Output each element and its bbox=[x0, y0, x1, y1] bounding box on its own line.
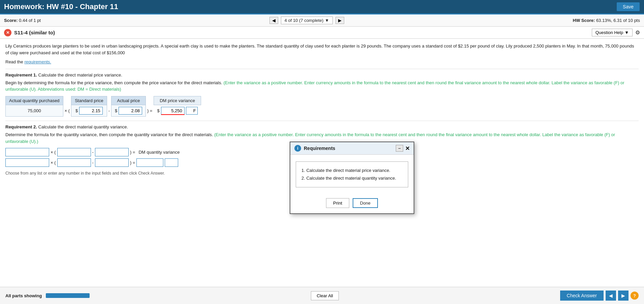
op2: - bbox=[92, 150, 94, 155]
divider2 bbox=[5, 121, 639, 121]
dropdown-arrow-icon: ▼ bbox=[325, 18, 329, 23]
score-label: Score: bbox=[4, 18, 18, 23]
equals-op: ) = bbox=[146, 105, 154, 117]
save-button[interactable]: Save bbox=[616, 2, 640, 11]
requirements-popup: i Requirements − ✕ 1. Calculate the dire… bbox=[290, 142, 414, 193]
op-cell bbox=[107, 96, 111, 105]
actual-price-input[interactable] bbox=[119, 107, 142, 115]
status-icon: ✕ bbox=[4, 29, 11, 36]
page-indicator[interactable]: 4 of 10 (7 complete) ▼ bbox=[281, 17, 333, 24]
requirement1-heading: Requirement 1. Calculate the direct mate… bbox=[5, 72, 639, 78]
price-variance-input[interactable] bbox=[161, 107, 185, 115]
minus-op: - bbox=[107, 105, 111, 117]
popup-title: Requirements bbox=[304, 146, 335, 151]
col1-header: Actual quantity purchased bbox=[6, 96, 63, 105]
question-help-label: Question Help bbox=[595, 30, 623, 35]
requirements-link[interactable]: requirements. bbox=[24, 59, 51, 64]
op1: × ( bbox=[51, 150, 56, 155]
page-title: Homework: HW #10 - Chapter 11 bbox=[4, 2, 118, 11]
next-page-button[interactable]: ▶ bbox=[335, 17, 344, 24]
question-id-label: S11-4 (similar to) bbox=[14, 30, 55, 35]
col4-header: DM price variance bbox=[154, 96, 201, 105]
question-help-button[interactable]: Question Help ▼ bbox=[592, 29, 633, 36]
multiplier-op: × ( bbox=[63, 105, 71, 117]
info-icon: i bbox=[294, 145, 301, 152]
read-requirements: Read the requirements. bbox=[5, 59, 639, 65]
score-value: 0.44 of 1 pt bbox=[19, 18, 41, 23]
popup-close-button[interactable]: ✕ bbox=[405, 145, 410, 152]
page-header: Homework: HW #10 - Chapter 11 Save bbox=[0, 0, 644, 14]
question-id-section: ✕ S11-4 (similar to) bbox=[4, 29, 55, 36]
gear-icon[interactable]: ⚙ bbox=[635, 29, 640, 36]
score-bar: Score: 0.44 of 1 pt ◀ 4 of 10 (7 complet… bbox=[0, 14, 644, 27]
col3-header: Actual price bbox=[111, 96, 146, 105]
page-indicator-text: 4 of 10 (7 complete) bbox=[285, 18, 324, 23]
question-header: ✕ S11-4 (similar to) Question Help ▼ ⚙ bbox=[0, 27, 644, 39]
favorable-input[interactable] bbox=[186, 107, 198, 115]
dropdown-arrow-icon: ▼ bbox=[624, 30, 629, 35]
popup-body: 1. Calculate the direct material price v… bbox=[290, 155, 414, 193]
problem-description: Lily Ceramics produces large planters to… bbox=[5, 43, 634, 55]
popup-req2: 2. Calculate the direct material quantit… bbox=[301, 174, 402, 182]
op2: - bbox=[92, 160, 94, 165]
req2-row1-input3[interactable] bbox=[95, 148, 129, 156]
hw-score-section: HW Score: 63.13%, 6.31 of 10 pts bbox=[573, 18, 640, 23]
requirement2-heading: Requirement 2. Calculate the direct mate… bbox=[5, 124, 639, 129]
req2-result-input[interactable] bbox=[136, 158, 163, 167]
req2-row1-input2[interactable] bbox=[57, 148, 91, 156]
op3: ) = bbox=[130, 160, 135, 165]
popup-header: i Requirements − ✕ bbox=[290, 142, 414, 155]
req2-fav-input[interactable] bbox=[165, 158, 178, 167]
standard-price-input[interactable] bbox=[79, 107, 103, 115]
popup-controls: − ✕ bbox=[396, 145, 410, 152]
popup-minimize-button[interactable]: − bbox=[396, 145, 403, 152]
popup-requirements-box: 1. Calculate the direct material price v… bbox=[296, 161, 408, 187]
dm-quantity-label: DM quantity variance bbox=[138, 150, 180, 155]
popup-req1: 1. Calculate the direct material price v… bbox=[301, 166, 402, 174]
req2-row2-input2[interactable] bbox=[57, 158, 91, 167]
score-section: Score: 0.44 of 1 pt bbox=[4, 18, 41, 23]
hw-score-label: HW Score: bbox=[573, 18, 595, 23]
col1-value: 75,000 bbox=[6, 105, 63, 117]
problem-text: Lily Ceramics produces large planters to… bbox=[5, 43, 639, 56]
divider bbox=[5, 69, 639, 69]
hw-score-value: 63.13%, 6.31 of 10 pts bbox=[596, 18, 640, 23]
col2-cell: $ bbox=[71, 105, 107, 117]
requirement1-formula-table: Actual quantity purchased Standard price… bbox=[5, 96, 201, 117]
col2-header: Standard price bbox=[71, 96, 107, 105]
navigation-center: ◀ 4 of 10 (7 complete) ▼ ▶ bbox=[269, 17, 345, 24]
op1: × ( bbox=[51, 160, 56, 165]
question-actions: Question Help ▼ ⚙ bbox=[592, 29, 640, 36]
op-cell bbox=[63, 96, 71, 105]
req2-row2-input1[interactable] bbox=[5, 158, 49, 167]
op-cell bbox=[146, 96, 154, 105]
requirement1-instruction: Begin by determining the formula for the… bbox=[5, 80, 639, 93]
col4-cell: $ bbox=[154, 105, 201, 117]
popup-header-left: i Requirements bbox=[294, 145, 335, 152]
req2-row1-input1[interactable] bbox=[5, 148, 49, 156]
req2-row2-input3[interactable] bbox=[95, 158, 129, 167]
prev-page-button[interactable]: ◀ bbox=[269, 17, 278, 24]
col3-cell: $ bbox=[111, 105, 146, 117]
op3: ) = bbox=[130, 150, 135, 155]
